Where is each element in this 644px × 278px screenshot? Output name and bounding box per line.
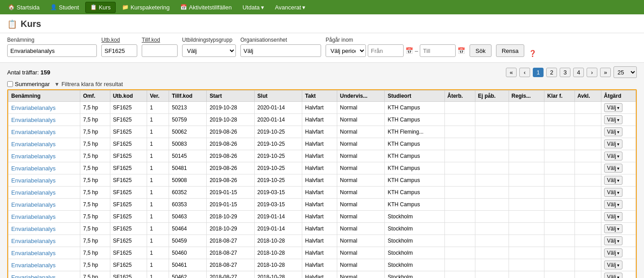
cell-atgard[interactable]: Välj ▾ bbox=[601, 199, 635, 211]
cell-benamning[interactable]: Envariabelanalys bbox=[9, 235, 80, 247]
valj-caret-icon: ▾ bbox=[617, 214, 619, 219]
hits-text: Antal träffar: 159 bbox=[7, 69, 50, 76]
cell-tillfkod: 50481 bbox=[169, 162, 207, 174]
cell-benamning[interactable]: Envariabelanalys bbox=[9, 126, 80, 138]
cell-atgard[interactable]: Välj ▾ bbox=[601, 126, 635, 138]
cell-atgard[interactable]: Välj ▾ bbox=[601, 259, 635, 271]
cell-utbkod: SF1625 bbox=[110, 187, 147, 199]
cell-atgard[interactable]: Välj ▾ bbox=[601, 138, 635, 150]
page-next-button[interactable]: › bbox=[587, 68, 597, 77]
col-start: Start bbox=[207, 91, 254, 102]
cell-benamning[interactable]: Envariabelanalys bbox=[9, 114, 80, 126]
to-date-input[interactable] bbox=[420, 44, 456, 57]
valj-button[interactable]: Välj ▾ bbox=[604, 200, 622, 209]
period-select[interactable]: Välj period bbox=[326, 44, 366, 57]
valj-button[interactable]: Välj ▾ bbox=[604, 115, 622, 124]
nav-kurspaketering[interactable]: 📁 Kurspaketering bbox=[117, 2, 174, 13]
cell-benamning[interactable]: Envariabelanalys bbox=[9, 174, 80, 187]
cell-takt: Halvfart bbox=[302, 211, 337, 223]
valj-button[interactable]: Välj ▾ bbox=[604, 152, 622, 161]
cell-atgard[interactable]: Välj ▾ bbox=[601, 235, 635, 247]
cell-benamning[interactable]: Envariabelanalys bbox=[9, 211, 80, 223]
cell-benamning[interactable]: Envariabelanalys bbox=[9, 102, 80, 114]
valj-button[interactable]: Välj ▾ bbox=[604, 273, 622, 278]
cell-benamning[interactable]: Envariabelanalys bbox=[9, 271, 80, 278]
col-avkl: Avkl. bbox=[574, 91, 601, 102]
cell-studieort: KTH Campus bbox=[385, 138, 444, 150]
page-4-button[interactable]: 4 bbox=[573, 68, 584, 77]
cell-benamning[interactable]: Envariabelanalys bbox=[9, 247, 80, 259]
cell-atgard[interactable]: Välj ▾ bbox=[601, 102, 635, 114]
cell-atgard[interactable]: Välj ▾ bbox=[601, 174, 635, 187]
cell-benamning[interactable]: Envariabelanalys bbox=[9, 138, 80, 150]
cell-benamning[interactable]: Envariabelanalys bbox=[9, 199, 80, 211]
from-date-input[interactable] bbox=[368, 44, 404, 57]
sok-button[interactable]: Sök bbox=[470, 44, 491, 57]
calendar-to-icon[interactable]: 📅 bbox=[457, 47, 465, 54]
cell-benamning[interactable]: Envariabelanalys bbox=[9, 187, 80, 199]
summeringar-checkbox-label[interactable]: Summeringar bbox=[7, 81, 50, 87]
nav-student[interactable]: 👤 Student bbox=[46, 2, 83, 13]
cell-atgard[interactable]: Välj ▾ bbox=[601, 114, 635, 126]
valj-button[interactable]: Välj ▾ bbox=[604, 164, 622, 173]
cell-ver: 1 bbox=[147, 247, 169, 259]
help-icon[interactable]: ❓ bbox=[529, 50, 536, 57]
cell-tillfkod: 50062 bbox=[169, 126, 207, 138]
rensa-button[interactable]: Rensa bbox=[496, 44, 525, 57]
cell-benamning[interactable]: Envariabelanalys bbox=[9, 150, 80, 162]
nav-aktivitetstillfallen[interactable]: 📅 Aktivitetstillfällen bbox=[176, 2, 236, 13]
page-first-button[interactable]: « bbox=[506, 68, 517, 77]
page-3-button[interactable]: 3 bbox=[560, 68, 570, 77]
summeringar-checkbox[interactable] bbox=[7, 81, 13, 87]
cell-slut: 2019-10-25 bbox=[254, 174, 302, 187]
org-input[interactable] bbox=[240, 44, 321, 57]
page-size-select[interactable]: 25 50 100 bbox=[614, 66, 637, 78]
calendar-from-icon[interactable]: 📅 bbox=[405, 47, 413, 54]
filter-klara-link[interactable]: ▼ Filtrera klara för resultat bbox=[54, 81, 123, 87]
cell-aterb bbox=[444, 138, 475, 150]
page-2-button[interactable]: 2 bbox=[546, 68, 557, 77]
nav-utdata[interactable]: Utdata ▾ bbox=[238, 2, 269, 13]
benamning-input[interactable] bbox=[7, 44, 97, 57]
tillfkod-input[interactable] bbox=[142, 44, 178, 57]
nav-kurs[interactable]: 📋 Kurs bbox=[85, 2, 116, 13]
valj-button[interactable]: Välj ▾ bbox=[604, 103, 622, 112]
cell-omf: 7,5 hp bbox=[80, 114, 110, 126]
nav-avancerat[interactable]: Avancerat ▾ bbox=[270, 2, 310, 13]
tillfkod-label: Tillf.kod bbox=[142, 37, 178, 43]
valj-button[interactable]: Välj ▾ bbox=[604, 176, 622, 185]
utbildningstyp-select[interactable]: Välj bbox=[182, 44, 236, 57]
cell-atgard[interactable]: Välj ▾ bbox=[601, 162, 635, 174]
cell-benamning[interactable]: Envariabelanalys bbox=[9, 259, 80, 271]
cell-benamning[interactable]: Envariabelanalys bbox=[9, 162, 80, 174]
cell-regis bbox=[509, 187, 544, 199]
utbkod-input[interactable] bbox=[101, 44, 137, 57]
valj-button[interactable]: Välj ▾ bbox=[604, 236, 622, 245]
cell-start: 2019-01-15 bbox=[207, 199, 254, 211]
page-1-button[interactable]: 1 bbox=[533, 68, 544, 77]
valj-button[interactable]: Välj ▾ bbox=[604, 261, 622, 269]
page-last-button[interactable]: » bbox=[600, 68, 611, 77]
nav-startsida[interactable]: 🏠 Startsida bbox=[4, 2, 44, 13]
valj-button[interactable]: Välj ▾ bbox=[604, 188, 622, 197]
cell-benamning[interactable]: Envariabelanalys bbox=[9, 223, 80, 235]
valj-button[interactable]: Välj ▾ bbox=[604, 127, 622, 136]
cell-atgard[interactable]: Välj ▾ bbox=[601, 211, 635, 223]
cell-atgard[interactable]: Välj ▾ bbox=[601, 150, 635, 162]
cell-avkl bbox=[574, 235, 601, 247]
valj-button[interactable]: Välj ▾ bbox=[604, 212, 622, 221]
cell-regis bbox=[509, 114, 544, 126]
valj-button[interactable]: Välj ▾ bbox=[604, 248, 622, 257]
page-prev-button[interactable]: ‹ bbox=[519, 68, 530, 77]
valj-button[interactable]: Välj ▾ bbox=[604, 224, 622, 233]
cell-atgard[interactable]: Välj ▾ bbox=[601, 187, 635, 199]
cell-klarf bbox=[544, 223, 574, 235]
valj-button[interactable]: Välj ▾ bbox=[604, 139, 622, 148]
cell-atgard[interactable]: Välj ▾ bbox=[601, 247, 635, 259]
top-navigation: 🏠 Startsida 👤 Student 📋 Kurs 📁 Kurspaket… bbox=[0, 0, 644, 14]
cell-omf: 7,5 hp bbox=[80, 259, 110, 271]
cell-atgard[interactable]: Välj ▾ bbox=[601, 271, 635, 278]
cell-atgard[interactable]: Välj ▾ bbox=[601, 223, 635, 235]
utdata-dropdown-icon: ▾ bbox=[261, 4, 264, 11]
cell-utbkod: SF1625 bbox=[110, 223, 147, 235]
